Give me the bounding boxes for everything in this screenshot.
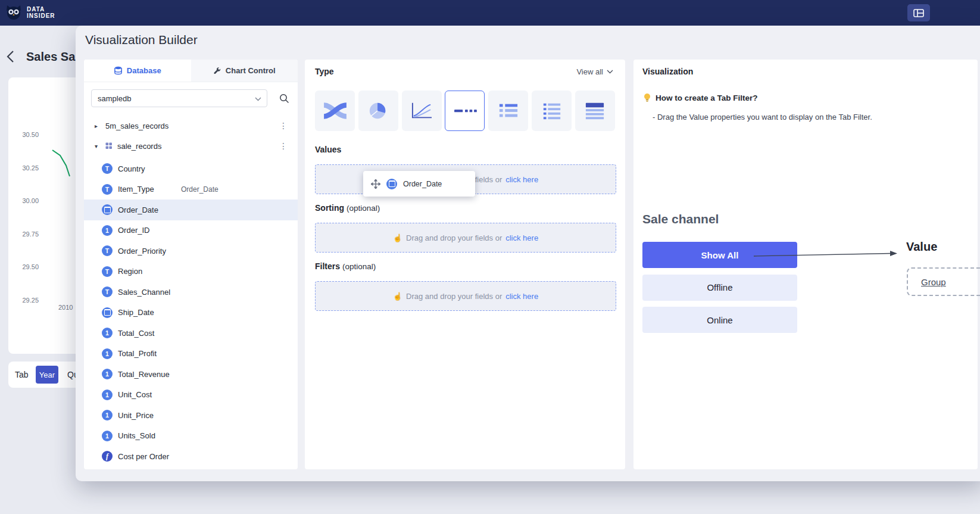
field-cost-per-order[interactable]: f Cost per Order (84, 446, 298, 467)
topbar: DATA INSIDER (0, 0, 980, 26)
filters-dropzone[interactable]: ☝ Drag and drop your fields or click her… (315, 281, 616, 311)
field-unit-cost[interactable]: 1 Unit_Cost (84, 385, 298, 406)
chart-type-list[interactable] (532, 91, 572, 131)
field-ship-date[interactable]: Ship_Date (84, 303, 298, 323)
drag-ghost[interactable]: Order_Date (363, 171, 475, 197)
tab-database-label: Database (127, 66, 161, 75)
number-field-icon: 1 (102, 431, 113, 441)
sorting-dropzone[interactable]: ☝ Drag and drop your fields or click her… (315, 223, 616, 253)
tree-item-5m-sales-records[interactable]: ▸ 5m_sales_records ⋮ (84, 116, 298, 136)
filters-label-text: Filters (315, 261, 340, 271)
tab-database[interactable]: Database (84, 60, 191, 82)
tab-chart-control-label: Chart Control (226, 66, 276, 75)
drag-origin-label: Order_Date (181, 185, 219, 194)
field-sales-channel[interactable]: T Sales_Channel (84, 282, 298, 303)
field-units-sold[interactable]: 1 Units_Sold (84, 426, 298, 447)
wrench-icon (213, 67, 221, 75)
chart-type-pie[interactable] (358, 91, 398, 131)
tab-chart-control[interactable]: Chart Control (191, 60, 298, 82)
view-all-label: View all (576, 67, 603, 76)
table-icon (105, 142, 113, 149)
field-order-id[interactable]: 1 Order_ID (84, 220, 298, 241)
sorting-section-label: Sorting (optional) (315, 203, 380, 213)
click-here-link[interactable]: click here (505, 175, 538, 184)
filter-button-online[interactable]: Online (642, 307, 797, 333)
list-chart-icon (539, 101, 564, 121)
filters-section-label: Filters (optional) (315, 261, 376, 271)
brand-logo[interactable]: DATA INSIDER (5, 4, 55, 21)
field-item-type[interactable]: T Item_Type Order_Date (84, 179, 298, 200)
field-order-priority[interactable]: T Order_Priority (84, 241, 298, 261)
text-field-icon: T (102, 163, 113, 174)
caret-down-icon[interactable]: ▾ (95, 143, 101, 149)
dropzone-hint: Drag and drop your fields or (406, 233, 502, 242)
dashboard-grid-button[interactable] (907, 4, 930, 21)
kebab-menu-icon[interactable]: ⋮ (277, 121, 289, 130)
field-label: Total_Profit (118, 349, 157, 358)
back-button[interactable] (6, 50, 14, 66)
text-field-icon: T (102, 286, 113, 297)
chart-type-tab-filter[interactable] (488, 91, 528, 131)
table-chart-icon (582, 101, 607, 121)
field-label: Ship_Date (118, 308, 154, 317)
left-panel-tabs: Database Chart Control (84, 60, 298, 82)
optional-suffix: (optional) (342, 262, 376, 271)
chart-type-sankey[interactable] (315, 91, 355, 131)
click-here-link[interactable]: click here (505, 233, 538, 242)
arrow-right-icon (754, 249, 899, 261)
date-field-icon (102, 204, 113, 215)
lightbulb-icon (643, 93, 651, 102)
field-order-date[interactable]: Order_Date (84, 200, 298, 220)
search-icon[interactable] (279, 93, 289, 104)
sankey-chart-icon (323, 101, 348, 121)
field-total-cost[interactable]: 1 Total_Cost (84, 323, 298, 344)
filter-button-offline[interactable]: Offline (642, 275, 797, 301)
number-field-icon: 1 (102, 390, 113, 400)
tree-item-label: 5m_sales_records (105, 122, 168, 130)
tab-filter-chart-icon (496, 101, 521, 121)
visualization-builder-modal: Visualization Builder Database Chart Con… (76, 26, 980, 481)
field-total-revenue[interactable]: 1 Total_Revenue (84, 364, 298, 385)
optional-suffix: (optional) (347, 204, 380, 213)
chevron-down-icon (607, 70, 613, 74)
number-field-icon: 1 (102, 369, 113, 379)
values-section-label: Values (315, 145, 341, 154)
caret-right-icon[interactable]: ▸ (95, 123, 101, 129)
database-select[interactable]: sampledb (91, 89, 267, 107)
field-unit-price[interactable]: 1 Unit_Price (84, 405, 298, 426)
pie-chart-icon (366, 101, 391, 121)
database-panel: Database Chart Control sampledb (84, 60, 298, 469)
visualization-header: Visualization (642, 67, 693, 76)
table-tree: ▸ 5m_sales_records ⋮ ▾ sale_records ⋮ (84, 116, 298, 156)
chart-type-table[interactable] (575, 91, 615, 131)
group-link[interactable]: Group (921, 277, 946, 287)
drag-hand-icon: ☝ (393, 233, 402, 242)
chart-type-dash-line[interactable] (445, 91, 485, 131)
sorting-label-text: Sorting (315, 203, 344, 213)
tab-filter-year-button[interactable]: Year (36, 366, 58, 384)
field-country[interactable]: T Country (84, 158, 298, 179)
field-total-profit[interactable]: 1 Total_Profit (84, 344, 298, 365)
number-field-icon: 1 (102, 225, 113, 236)
tree-item-sale-records[interactable]: ▾ sale_records ⋮ (84, 136, 298, 156)
view-all-button[interactable]: View all (576, 67, 613, 76)
drag-hand-icon: ☝ (393, 292, 402, 301)
field-label: Sales_Channel (118, 288, 170, 297)
chevron-left-icon (6, 50, 14, 63)
type-label: Type (315, 67, 334, 76)
field-list: T Country T Item_Type Order_Date Order_D… (84, 158, 298, 467)
y-axis-ticks: 30.5030.2530.0029.7529.5029.25 (12, 131, 39, 304)
field-region[interactable]: T Region (84, 261, 298, 282)
field-label: Total_Revenue (118, 370, 170, 379)
dash-line-chart-icon (452, 101, 477, 121)
click-here-link[interactable]: click here (505, 292, 538, 301)
chevron-down-icon (255, 97, 261, 101)
owl-logo-icon (5, 4, 23, 21)
database-search-row: sampledb (91, 89, 291, 107)
tip-title: How to create a Tab Filter? (656, 94, 758, 102)
chart-type-line[interactable] (402, 91, 442, 131)
type-header: Type View all (315, 67, 613, 76)
group-dropzone[interactable]: Group (907, 267, 980, 296)
drag-ghost-label: Order_Date (403, 180, 442, 188)
kebab-menu-icon[interactable]: ⋮ (277, 141, 289, 151)
